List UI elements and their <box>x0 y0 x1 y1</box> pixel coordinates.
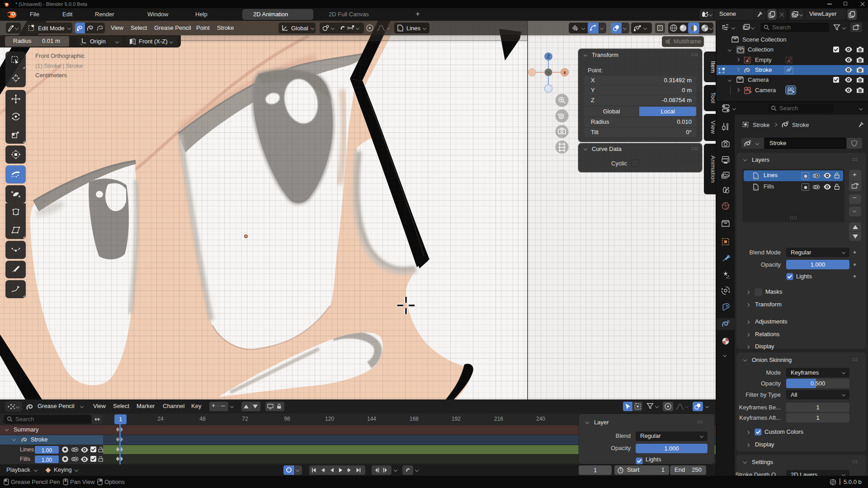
svg-text:x: x <box>563 70 566 75</box>
svg-text:-Y: -Y <box>547 70 551 75</box>
svg-text:Z: Z <box>547 54 550 59</box>
